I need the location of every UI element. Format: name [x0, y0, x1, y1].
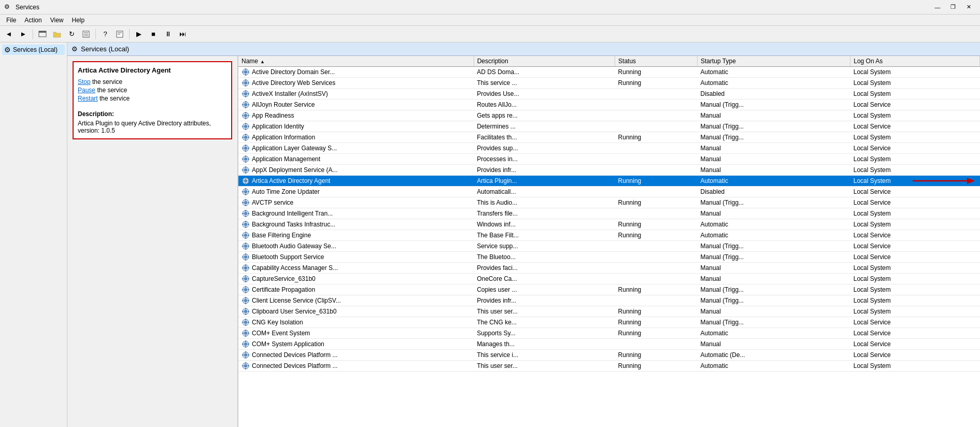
stop-link[interactable]: Stop — [78, 78, 91, 86]
svg-rect-44 — [248, 126, 249, 127]
svg-rect-107 — [245, 243, 246, 244]
table-row[interactable]: AllJoyn Router Service Routes AllJo... M… — [238, 99, 980, 110]
col-header-log-on-as[interactable]: Log On As — [850, 56, 980, 67]
forward-button[interactable]: ► — [17, 27, 30, 41]
cell-startup-type: Automatic — [698, 328, 850, 339]
stop-service-button[interactable]: ■ — [147, 27, 160, 41]
properties-button[interactable] — [113, 27, 126, 41]
table-row[interactable]: Certificate Propagation Copies user ... … — [238, 284, 980, 295]
table-row[interactable]: Capability Access Manager S... Provides … — [238, 263, 980, 274]
refresh-button[interactable]: ↻ — [65, 27, 78, 41]
table-row[interactable]: CaptureService_631b0 OneCore Ca... Manua… — [238, 274, 980, 284]
table-row[interactable]: Bluetooth Audio Gateway Se... Service su… — [238, 241, 980, 252]
restart-link[interactable]: Restart — [78, 95, 98, 102]
cell-description: The Base Filt... — [474, 230, 615, 241]
svg-point-136 — [244, 299, 247, 302]
svg-rect-174 — [245, 368, 246, 369]
cell-name: Background Intelligent Tran... — [238, 208, 474, 219]
table-row[interactable]: Application Identity Determines ... Manu… — [238, 121, 980, 132]
svg-rect-96 — [245, 226, 246, 228]
cell-log-on-as: Local System — [850, 132, 980, 143]
sidebar-item-services-local[interactable]: ⚙ Services (Local) — [2, 45, 65, 55]
description-section: Description: Artica Plugin to query Acti… — [78, 110, 227, 134]
svg-point-82 — [244, 201, 247, 204]
cell-startup-type: Manual — [698, 263, 850, 274]
resume-service-button[interactable]: ⏭ — [176, 27, 189, 41]
back-button[interactable]: ◄ — [2, 27, 16, 41]
table-row[interactable]: Artica Active Directory Agent Artica Plu… — [238, 176, 980, 187]
service-icon — [242, 296, 250, 305]
cell-name: AVCTP service — [238, 197, 474, 208]
table-row[interactable]: Background Tasks Infrastruc... Windows i… — [238, 219, 980, 230]
table-row[interactable]: Connected Devices Platform ... This user… — [238, 361, 980, 372]
service-icon — [242, 286, 250, 294]
table-row[interactable]: Clipboard User Service_631b0 This user s… — [238, 306, 980, 317]
service-icon — [242, 188, 250, 196]
col-header-description[interactable]: Description — [474, 56, 615, 67]
svg-point-94 — [244, 223, 247, 226]
cell-startup-type: Automatic — [698, 230, 850, 241]
menu-help[interactable]: Help — [68, 16, 89, 25]
cell-status — [615, 99, 698, 110]
folder-button[interactable] — [50, 27, 64, 41]
cell-status — [615, 89, 698, 99]
table-row[interactable]: Auto Time Zone Updater Automaticall... D… — [238, 187, 980, 197]
start-service-button[interactable]: ▶ — [132, 27, 146, 41]
svg-point-166 — [244, 353, 247, 357]
cell-startup-type: Manual — [698, 110, 850, 121]
svg-rect-92 — [248, 213, 249, 214]
table-row[interactable]: ActiveX Installer (AxInstSV) Provides Us… — [238, 89, 980, 99]
table-row[interactable]: COM+ System Application Manages th... Ma… — [238, 339, 980, 350]
menu-file[interactable]: File — [2, 16, 20, 25]
cell-startup-type: Automatic — [698, 219, 850, 230]
menu-view[interactable]: View — [46, 16, 68, 25]
show-hide-button[interactable] — [36, 27, 49, 41]
service-name-text: Active Directory Web Services — [252, 79, 335, 87]
export-button[interactable] — [79, 27, 93, 41]
table-row[interactable]: Application Layer Gateway S... Provides … — [238, 143, 980, 154]
table-row[interactable]: App Readiness Gets apps re... Manual Loc… — [238, 110, 980, 121]
service-icon — [242, 242, 250, 250]
table-row[interactable]: Base Filtering Engine The Base Filt... R… — [238, 230, 980, 241]
svg-rect-86 — [248, 202, 249, 203]
restore-button[interactable]: ❐ — [946, 2, 960, 13]
table-row[interactable]: Active Directory Domain Ser... AD DS Dom… — [238, 67, 980, 78]
toolbar: ◄ ► ↻ ? ▶ ■ ⏸ ⏭ — [0, 26, 980, 42]
svg-rect-167 — [245, 351, 246, 353]
pause-action-line: Pause the service — [78, 87, 227, 94]
service-icon — [242, 253, 250, 261]
col-header-status[interactable]: Status — [615, 56, 698, 67]
col-header-startup-type[interactable]: Startup Type — [698, 56, 850, 67]
table-row[interactable]: Connected Devices Platform ... This serv… — [238, 350, 980, 361]
table-row[interactable]: Background Intelligent Tran... Transfers… — [238, 208, 980, 219]
svg-rect-59 — [245, 155, 246, 157]
svg-rect-78 — [245, 194, 246, 195]
help-button[interactable]: ? — [98, 27, 112, 41]
table-row[interactable]: Application Information Facilitates th..… — [238, 132, 980, 143]
table-row[interactable]: Active Directory Web Services This servi… — [238, 78, 980, 89]
close-button[interactable]: ✕ — [961, 2, 976, 13]
service-name-text: Application Information — [252, 134, 315, 141]
table-row[interactable]: AVCTP service This is Audio... Running M… — [238, 197, 980, 208]
table-row[interactable]: COM+ Event System Supports Sy... Running… — [238, 328, 980, 339]
menu-action[interactable]: Action — [20, 16, 46, 25]
service-name-text: Connected Devices Platform ... — [252, 351, 337, 359]
table-row[interactable]: Application Management Processes in... M… — [238, 154, 980, 165]
svg-rect-36 — [245, 118, 246, 119]
svg-rect-115 — [242, 257, 244, 258]
table-row[interactable]: Bluetooth Support Service The Bluetoo...… — [238, 252, 980, 263]
cell-log-on-as: Local Service — [850, 317, 980, 328]
cell-status: Running — [615, 284, 698, 295]
minimize-button[interactable]: — — [930, 2, 945, 13]
table-row[interactable]: CNG Key Isolation The CNG ke... Running … — [238, 317, 980, 328]
services-table-area[interactable]: Name▲ Description Status Startup Type Lo… — [238, 56, 980, 427]
stop-action-line: Stop the service — [78, 78, 227, 86]
table-row[interactable]: Client License Service (ClipSV... Provid… — [238, 295, 980, 306]
pause-service-button[interactable]: ⏸ — [161, 27, 175, 41]
svg-rect-102 — [245, 237, 246, 239]
col-header-name[interactable]: Name▲ — [238, 56, 474, 67]
cell-description: Provides faci... — [474, 263, 615, 274]
svg-rect-54 — [245, 150, 246, 152]
table-row[interactable]: AppX Deployment Service (A... Provides i… — [238, 165, 980, 176]
pause-link[interactable]: Pause — [78, 87, 95, 94]
